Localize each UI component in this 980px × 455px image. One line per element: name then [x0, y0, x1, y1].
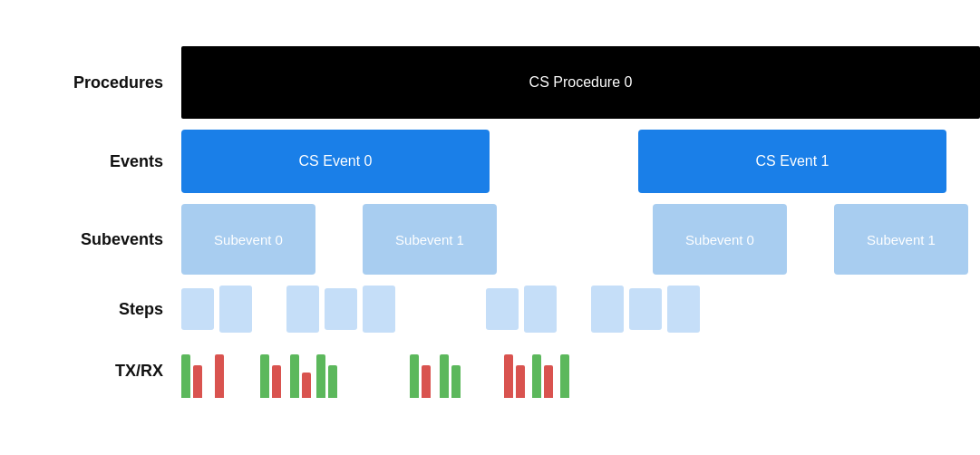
- subevents-row: Subevents Subevent 0 Subevent 1 Subevent…: [0, 204, 980, 275]
- bar-4-0: [316, 354, 325, 398]
- step-group-1: [286, 286, 395, 333]
- step-3-0[interactable]: [591, 286, 624, 333]
- bar-6-1: [451, 365, 461, 398]
- txrx-group-9: [560, 354, 569, 398]
- events-label: Events: [0, 152, 181, 171]
- txrx-group-6: [440, 354, 461, 398]
- event-block-1-label: CS Event 1: [756, 153, 830, 169]
- bar-0-1: [193, 365, 202, 398]
- event-block-0[interactable]: CS Event 0: [181, 130, 490, 193]
- step-3-2[interactable]: [667, 286, 700, 333]
- step-group-3: [591, 286, 700, 333]
- txrx-group-8: [532, 354, 553, 398]
- subevent-block-0-label: Subevent 0: [214, 232, 283, 247]
- txrx-group-7: [504, 354, 525, 398]
- subevent-block-2[interactable]: Subevent 0: [653, 204, 787, 275]
- step-1-1[interactable]: [325, 288, 357, 330]
- txrx-row: TX/RX: [0, 344, 980, 398]
- bar-2-0: [260, 354, 269, 398]
- bar-5-0: [410, 354, 419, 398]
- step-0-0[interactable]: [181, 288, 214, 330]
- subevents-label: Subevents: [0, 230, 181, 249]
- subevent-block-0[interactable]: Subevent 0: [181, 204, 315, 275]
- bar-6-0: [440, 354, 449, 398]
- procedures-label: Procedures: [0, 73, 181, 92]
- subevent-block-2-label: Subevent 0: [685, 232, 754, 247]
- step-2-1[interactable]: [524, 286, 557, 333]
- txrx-group-4: [316, 354, 337, 398]
- bar-3-1: [302, 373, 311, 398]
- txrx-group-1: [215, 354, 224, 398]
- txrx-label: TX/RX: [0, 362, 181, 381]
- txrx-group-3: [290, 354, 311, 398]
- txrx-content: [181, 344, 980, 398]
- bar-0-0: [181, 354, 190, 398]
- txrx-group-0: [181, 354, 202, 398]
- procedure-block-0-label: CS Procedure 0: [529, 74, 633, 91]
- txrx-group-5: [410, 354, 431, 398]
- step-group-0: [181, 286, 252, 333]
- bar-3-0: [290, 354, 299, 398]
- subevent-block-1-label: Subevent 1: [395, 232, 464, 247]
- events-content: CS Event 0 CS Event 1: [181, 130, 980, 193]
- procedures-row: Procedures CS Procedure 0: [0, 46, 980, 119]
- subevents-content: Subevent 0 Subevent 1 Subevent 0 Subeven…: [181, 204, 980, 275]
- step-1-0[interactable]: [286, 286, 319, 333]
- bar-8-0: [532, 354, 541, 398]
- procedures-content: CS Procedure 0: [181, 46, 980, 119]
- step-2-0[interactable]: [486, 288, 519, 330]
- bar-4-1: [328, 365, 337, 398]
- bar-1-0: [215, 354, 224, 398]
- subevent-block-3[interactable]: Subevent 1: [834, 204, 968, 275]
- txrx-group-2: [260, 354, 281, 398]
- bar-7-0: [504, 354, 513, 398]
- procedure-block-0[interactable]: CS Procedure 0: [181, 46, 980, 119]
- bar-9-0: [560, 354, 569, 398]
- steps-content: [181, 286, 980, 333]
- steps-label: Steps: [0, 300, 181, 319]
- step-0-1[interactable]: [219, 286, 252, 333]
- events-row: Events CS Event 0 CS Event 1: [0, 130, 980, 193]
- bar-7-1: [516, 365, 525, 398]
- bar-2-1: [272, 365, 281, 398]
- event-block-1[interactable]: CS Event 1: [638, 130, 946, 193]
- subevent-block-1[interactable]: Subevent 1: [363, 204, 497, 275]
- steps-row: Steps: [0, 286, 980, 333]
- step-group-2: [486, 286, 557, 333]
- subevent-block-3-label: Subevent 1: [867, 232, 936, 247]
- bar-8-1: [544, 365, 553, 398]
- event-block-0-label: CS Event 0: [299, 153, 373, 169]
- bar-5-1: [422, 365, 431, 398]
- step-1-2[interactable]: [363, 286, 395, 333]
- step-3-1[interactable]: [629, 288, 662, 330]
